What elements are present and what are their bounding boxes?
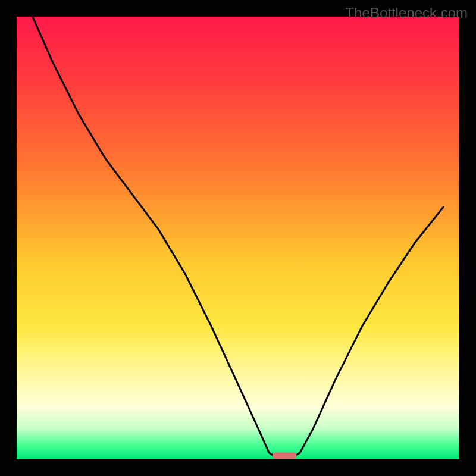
chart-svg — [0, 0, 476, 476]
bottleneck-chart: TheBottleneck.com — [0, 0, 476, 476]
watermark-label: TheBottleneck.com — [346, 5, 468, 21]
optimal-zone-marker — [273, 453, 297, 459]
chart-background — [17, 17, 459, 459]
